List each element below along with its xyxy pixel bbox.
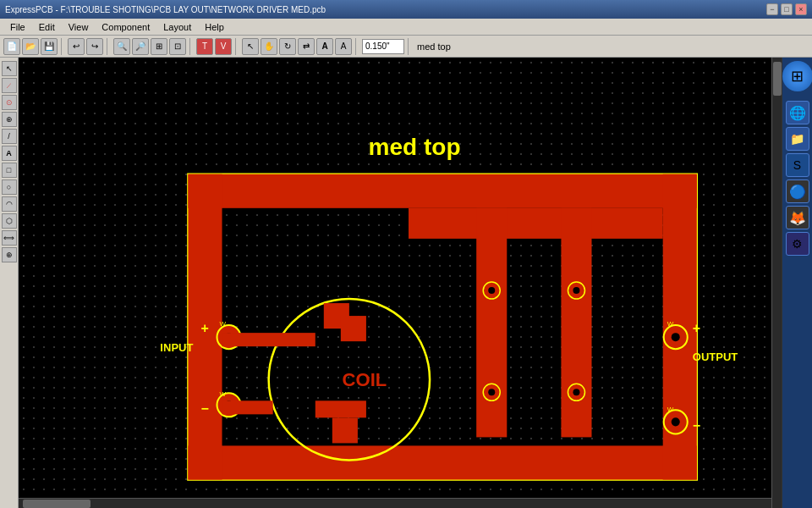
- undo-icon[interactable]: ↩: [68, 38, 85, 55]
- rotate-icon[interactable]: ↻: [279, 38, 296, 55]
- minus-output-label: −: [693, 417, 700, 433]
- scroll-thumb-h[interactable]: [23, 500, 91, 508]
- layer-label-pcb: med top: [368, 134, 460, 160]
- firefox-icon[interactable]: 🦊: [786, 206, 809, 229]
- hole-output-plus: [672, 333, 680, 341]
- via-icon[interactable]: V: [215, 38, 232, 55]
- menu-file[interactable]: File: [3, 19, 32, 35]
- maximize-button[interactable]: □: [781, 3, 793, 15]
- zoom-fit-icon[interactable]: ⊞: [151, 38, 167, 55]
- flip-icon[interactable]: ⇄: [298, 38, 315, 55]
- coil-bot2-piece: [332, 417, 358, 443]
- save-icon[interactable]: 💾: [41, 38, 58, 55]
- menu-help[interactable]: Help: [198, 19, 231, 35]
- window-controls: − □ ×: [766, 3, 807, 15]
- scrollbar-vertical[interactable]: [771, 58, 782, 508]
- pcb-canvas[interactable]: med top: [19, 58, 782, 508]
- new-icon[interactable]: 📄: [3, 38, 20, 55]
- top-trace: [188, 174, 696, 208]
- vert-trace-1: [476, 208, 507, 438]
- scroll-thumb-v[interactable]: [773, 62, 782, 96]
- bottom-trace: [188, 445, 696, 479]
- zoom-input[interactable]: [362, 39, 404, 54]
- measure-tool[interactable]: ⟺: [2, 230, 17, 246]
- app1-icon[interactable]: S: [786, 153, 809, 177]
- trace-tool[interactable]: ⟋: [2, 78, 17, 93]
- circle-tool[interactable]: ○: [2, 179, 17, 195]
- titlebar-text: ExpressPCB - F:\TROUBLE SHOTING\PCB LAY …: [5, 5, 326, 14]
- zoom-in-icon[interactable]: 🔍: [113, 38, 130, 55]
- folder-icon[interactable]: 📁: [786, 127, 809, 151]
- minus-input-label: −: [200, 400, 208, 416]
- menu-layout[interactable]: Layout: [156, 19, 198, 35]
- titlebar: ExpressPCB - F:\TROUBLE SHOTING\PCB LAY …: [0, 0, 812, 19]
- input-plus-trace: [222, 333, 315, 346]
- font2-icon[interactable]: A: [335, 38, 352, 55]
- pcb-drawing: med top: [19, 58, 782, 508]
- open-icon[interactable]: 📂: [22, 38, 39, 55]
- settings-icon[interactable]: ⚙: [786, 232, 809, 256]
- chrome-icon[interactable]: 🔵: [786, 179, 809, 203]
- separator-6: [408, 38, 411, 55]
- pad-tool[interactable]: ⊙: [2, 95, 17, 110]
- font-icon[interactable]: A: [316, 38, 333, 55]
- hole-mid-1: [488, 287, 495, 294]
- input-label: INPUT: [160, 341, 193, 354]
- coil-bot-piece: [315, 400, 366, 417]
- minimize-button[interactable]: −: [766, 3, 778, 15]
- separator-1: [61, 38, 64, 55]
- zoom-select-icon[interactable]: ⊡: [169, 38, 186, 55]
- scrollbar-horizontal[interactable]: [19, 498, 771, 508]
- separator-2: [107, 38, 110, 55]
- arc-tool[interactable]: ◠: [2, 196, 17, 212]
- redo-icon[interactable]: ↪: [86, 38, 103, 55]
- menu-component[interactable]: Component: [95, 19, 156, 35]
- rect-tool[interactable]: □: [2, 163, 17, 178]
- hole-output-minus: [672, 417, 680, 426]
- input-minus-trace: [222, 400, 273, 414]
- windows-start-button[interactable]: ⊞: [782, 61, 813, 91]
- toolbar: 📄 📂 💾 ↩ ↪ 🔍 🔎 ⊞ ⊡ T V ↖ ✋ ↻ ⇄ A A med to…: [0, 36, 812, 58]
- vert-trace-2: [561, 208, 591, 438]
- plus-input-label: +: [200, 320, 208, 335]
- hole-mid-3: [573, 287, 579, 294]
- select-tool[interactable]: ↖: [2, 61, 17, 76]
- trace-icon[interactable]: T: [196, 38, 213, 55]
- coil-text: COIL: [343, 369, 387, 390]
- w-label-1: W: [220, 320, 227, 328]
- separator-3: [189, 38, 193, 55]
- w-label-3: W: [667, 320, 674, 328]
- line-tool[interactable]: /: [2, 129, 17, 144]
- windows-taskbar: ⊞ 🌐 📁 S 🔵 🦊 ⚙: [782, 58, 812, 508]
- menu-edit[interactable]: Edit: [32, 19, 62, 35]
- cursor-icon[interactable]: ↖: [242, 38, 259, 55]
- poly-tool[interactable]: ⬡: [2, 213, 17, 229]
- via-tool[interactable]: ⊕: [2, 112, 17, 127]
- zoom-out-icon[interactable]: 🔎: [132, 38, 149, 55]
- close-button[interactable]: ×: [795, 3, 807, 15]
- w-label-4: W: [667, 406, 674, 413]
- hole-mid-4: [573, 389, 579, 395]
- separator-4: [235, 38, 239, 55]
- plus-output-label: +: [693, 320, 700, 335]
- hand-icon[interactable]: ✋: [261, 38, 277, 55]
- left-toolbar: ↖ ⟋ ⊙ ⊕ / A □ ○ ◠ ⬡ ⟺ ⊕: [0, 58, 19, 508]
- ie-icon[interactable]: 🌐: [786, 101, 809, 124]
- mid-top-trace: [409, 208, 663, 239]
- menu-view[interactable]: View: [62, 19, 96, 35]
- coil-mid-piece: [341, 316, 366, 341]
- w-label-2: W: [220, 390, 227, 398]
- output-label: OUTPUT: [693, 351, 738, 363]
- text-tool[interactable]: A: [2, 146, 17, 161]
- main-area: ↖ ⟋ ⊙ ⊕ / A □ ○ ◠ ⬡ ⟺ ⊕ med top: [0, 58, 812, 508]
- zoom-tool[interactable]: ⊕: [2, 247, 17, 262]
- separator-5: [355, 38, 359, 55]
- hole-mid-2: [488, 389, 495, 395]
- menubar: File Edit View Component Layout Help: [0, 19, 812, 36]
- layer-label: med top: [414, 41, 453, 52]
